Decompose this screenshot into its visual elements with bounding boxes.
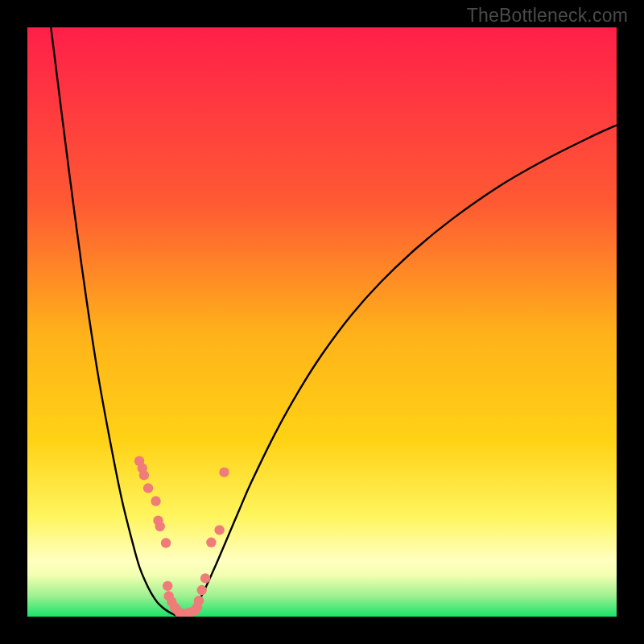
watermark-text: TheBottleneck.com [467,5,628,27]
svg-rect-0 [27,27,617,617]
svg-point-22 [196,585,206,595]
svg-point-8 [161,538,171,547]
svg-point-3 [139,470,149,480]
chart-frame: TheBottleneck.com [0,0,644,644]
svg-point-9 [163,581,172,591]
svg-point-23 [200,573,210,583]
svg-point-21 [194,596,204,605]
svg-point-7 [155,522,165,531]
svg-point-5 [151,496,160,506]
svg-point-24 [206,538,216,547]
bottleneck-chart [27,27,617,617]
chart-svg [27,27,617,617]
svg-point-26 [219,467,229,477]
svg-point-25 [214,525,224,535]
svg-point-4 [143,483,153,493]
